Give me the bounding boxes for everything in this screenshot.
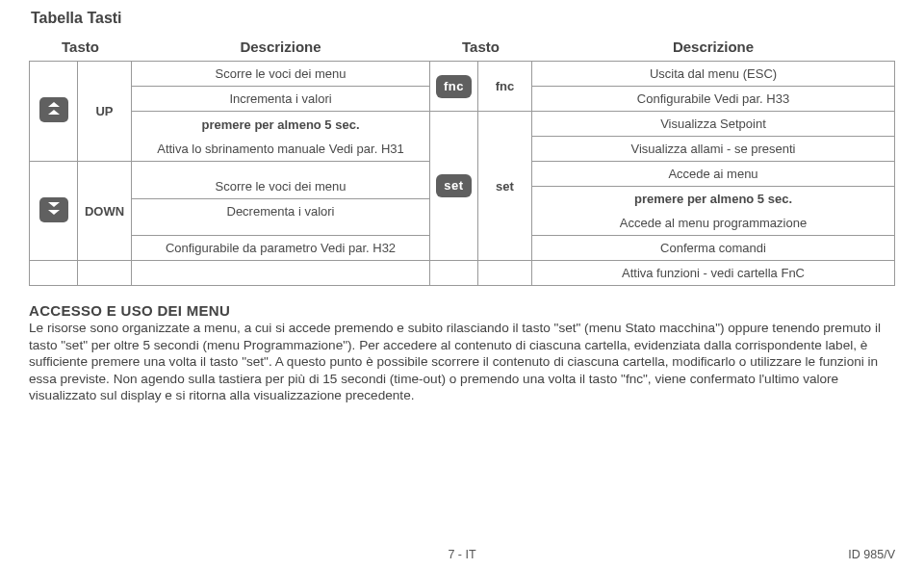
empty-desc [132,261,430,286]
fnc-line-0: Uscita dal menu (ESC) [532,62,894,86]
down-line-2: Configurabile da parametro Vedi par. H32 [132,236,429,260]
up-line-1: Incrementa i valori [132,86,429,111]
extra-line: Attiva funzioni - vedi cartella FnC [532,261,895,286]
header-desc-2: Descrizione [532,33,895,62]
fnc-line-1: Configurabile Vedi par. H33 [532,86,894,111]
up-key-cell [30,62,78,162]
fnc-key-cell: fnc [430,62,478,112]
up-desc-1: Scorre le voci dei menu Incrementa i val… [132,62,430,112]
table-header-row: Tasto Descrizione Tasto Descrizione [30,33,895,62]
down-line-1: Decrementa i valori [132,198,429,223]
set-desc-a: Visualizza Setpoint Visualizza allami - … [532,112,895,162]
set-line-0: Visualizza Setpoint [532,112,894,136]
set-line-4: Accede al menu programmazione [532,211,894,235]
header-tasto-1: Tasto [30,33,132,62]
fnc-desc: Uscita dal menu (ESC) Configurabile Vedi… [532,62,895,112]
set-key-cell: set [430,112,478,261]
empty-icon-r [430,261,478,286]
set-icon[interactable]: set [436,174,471,197]
up-arrow-icon[interactable] [39,97,68,122]
page-footer: 7 - IT ID 985/V [29,548,895,561]
header-desc-1: Descrizione [132,33,430,62]
down-desc-2: Configurabile da parametro Vedi par. H32 [132,236,430,261]
footer-center: 7 - IT [29,548,895,561]
set-line-3: premere per almeno 5 sec. [532,186,894,211]
set-desc-c: Conferma comandi [532,236,895,261]
down-arrow-icon[interactable] [39,197,68,222]
down-desc-1: Scorre le voci dei menu Decrementa i val… [132,162,430,236]
section-heading: ACCESSO E USO DEI MENU [29,302,230,319]
down-label: DOWN [78,162,132,261]
keys-table: Tasto Descrizione Tasto Descrizione UP S… [29,33,895,286]
up-line-2: premere per almeno 5 sec. [132,113,429,137]
fnc-label: fnc [478,62,532,112]
header-tasto-2: Tasto [430,33,532,62]
up-label: UP [78,62,132,162]
up-line-3: Attiva lo sbrinamento manuale Vedi par. … [132,137,429,161]
table-title: Tabella Tasti [31,10,895,27]
set-line-5: Conferma comandi [532,236,894,260]
set-line-1: Visualizza allami - se presenti [532,136,894,161]
set-label: set [478,112,532,261]
body-section: ACCESSO E USO DEI MENU Le risorse sono o… [29,301,895,403]
empty-label [78,261,132,286]
up-desc-2: premere per almeno 5 sec. Attiva lo sbri… [132,112,430,162]
section-text: Le risorse sono organizzate a menu, a cu… [29,321,881,402]
fnc-icon[interactable]: fnc [436,75,472,98]
down-key-cell [30,162,78,261]
page-root: Tabella Tasti Tasto Descrizione Tasto De… [0,0,924,569]
empty-icon [30,261,78,286]
extra-text: Attiva funzioni - vedi cartella FnC [532,261,894,285]
set-desc-b: Accede ai menu premere per almeno 5 sec.… [532,162,895,236]
set-line-2: Accede ai menu [532,162,894,186]
up-line-0: Scorre le voci dei menu [132,62,429,86]
down-line-0: Scorre le voci dei menu [132,174,429,198]
empty-label-r [478,261,532,286]
